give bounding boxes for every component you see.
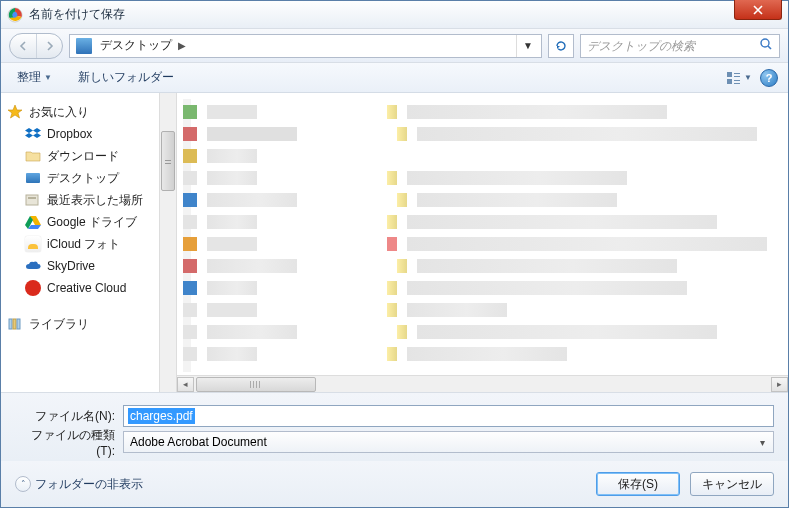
filetype-select[interactable]: Adobe Acrobat Document bbox=[123, 431, 774, 453]
main-area: お気に入り Dropbox ダウンロード デスクトップ bbox=[1, 93, 788, 392]
sidebar-item-label: Creative Cloud bbox=[47, 281, 126, 295]
nav-history-buttons bbox=[9, 33, 63, 59]
filetype-label: ファイルの種類(T): bbox=[15, 427, 115, 458]
scrollbar-thumb[interactable] bbox=[161, 131, 175, 191]
svg-rect-6 bbox=[727, 79, 732, 84]
help-button[interactable]: ? bbox=[760, 69, 778, 87]
svg-point-2 bbox=[761, 39, 769, 47]
toolbar: 整理 ▼ 新しいフォルダー ▼ ? bbox=[1, 63, 788, 93]
horizontal-scrollbar[interactable]: ◂ ▸ bbox=[177, 375, 788, 392]
sidebar-scrollbar[interactable] bbox=[159, 93, 177, 392]
sidebar-item-dropbox[interactable]: Dropbox bbox=[1, 123, 159, 145]
chevron-up-icon: ˄ bbox=[15, 476, 31, 492]
search-icon bbox=[759, 37, 773, 54]
chevron-down-icon: ▼ bbox=[44, 73, 52, 82]
svg-rect-8 bbox=[734, 83, 740, 84]
svg-rect-11 bbox=[9, 319, 12, 329]
icloud-photo-icon bbox=[25, 236, 41, 252]
sidebar-item-label: SkyDrive bbox=[47, 259, 95, 273]
sidebar-item-label: 最近表示した場所 bbox=[47, 192, 143, 209]
cancel-label: キャンセル bbox=[702, 476, 762, 493]
svg-rect-3 bbox=[727, 72, 732, 77]
creative-cloud-icon bbox=[25, 280, 41, 296]
view-options-button[interactable]: ▼ bbox=[726, 71, 752, 85]
file-list-blurred bbox=[183, 99, 782, 372]
desktop-icon bbox=[25, 170, 41, 186]
chrome-icon bbox=[7, 7, 23, 23]
favorites-label: お気に入り bbox=[29, 104, 89, 121]
breadcrumb-arrow-icon[interactable]: ▶ bbox=[176, 40, 188, 51]
sidebar-item-icloud-photo[interactable]: iCloud フォト bbox=[1, 233, 159, 255]
google-drive-icon bbox=[25, 214, 41, 230]
svg-rect-13 bbox=[17, 319, 20, 329]
chevron-down-icon: ▼ bbox=[744, 73, 752, 82]
sidebar-item-downloads[interactable]: ダウンロード bbox=[1, 145, 159, 167]
sidebar-item-label: デスクトップ bbox=[47, 170, 119, 187]
address-bar[interactable]: デスクトップ ▶ ▼ bbox=[69, 34, 542, 58]
filetype-value: Adobe Acrobat Document bbox=[130, 435, 267, 449]
save-as-dialog: 名前を付けて保存 デスクトップ ▶ ▼ 整理 ▼ bbox=[0, 0, 789, 508]
form-area: ファイル名(N): charges.pdf ファイルの種類(T): Adobe … bbox=[1, 392, 788, 461]
window-title: 名前を付けて保存 bbox=[29, 6, 788, 23]
star-icon bbox=[7, 104, 23, 120]
new-folder-label: 新しいフォルダー bbox=[78, 69, 174, 86]
sidebar-group-favorites[interactable]: お気に入り bbox=[1, 101, 159, 123]
sidebar-item-desktop[interactable]: デスクトップ bbox=[1, 167, 159, 189]
sidebar-item-label: iCloud フォト bbox=[47, 236, 120, 253]
recent-places-icon bbox=[25, 192, 41, 208]
svg-rect-10 bbox=[28, 197, 36, 199]
new-folder-button[interactable]: 新しいフォルダー bbox=[72, 66, 180, 89]
sidebar-item-label: Google ドライブ bbox=[47, 214, 137, 231]
svg-rect-9 bbox=[26, 195, 38, 205]
filename-label: ファイル名(N): bbox=[15, 408, 115, 425]
filename-input[interactable]: charges.pdf bbox=[123, 405, 774, 427]
sidebar-item-label: ダウンロード bbox=[47, 148, 119, 165]
svg-rect-4 bbox=[734, 73, 740, 74]
scroll-right-button[interactable]: ▸ bbox=[771, 377, 788, 392]
sidebar-item-google-drive[interactable]: Google ドライブ bbox=[1, 211, 159, 233]
titlebar: 名前を付けて保存 bbox=[1, 1, 788, 29]
svg-rect-5 bbox=[734, 76, 740, 77]
organize-menu[interactable]: 整理 ▼ bbox=[11, 66, 58, 89]
save-button[interactable]: 保存(S) bbox=[596, 472, 680, 496]
folder-icon bbox=[25, 148, 41, 164]
hide-folders-label: フォルダーの非表示 bbox=[35, 476, 143, 493]
cancel-button[interactable]: キャンセル bbox=[690, 472, 774, 496]
close-button[interactable] bbox=[734, 0, 782, 20]
skydrive-icon bbox=[25, 258, 41, 274]
filename-value: charges.pdf bbox=[128, 408, 195, 424]
libraries-label: ライブラリ bbox=[29, 316, 89, 333]
breadcrumb-location: デスクトップ bbox=[96, 37, 176, 54]
forward-button[interactable] bbox=[36, 34, 62, 58]
scroll-left-button[interactable]: ◂ bbox=[177, 377, 194, 392]
refresh-button[interactable] bbox=[548, 34, 574, 58]
sidebar-item-creative-cloud[interactable]: Creative Cloud bbox=[1, 277, 159, 299]
breadcrumb-dropdown-icon[interactable]: ▼ bbox=[516, 35, 539, 57]
back-button[interactable] bbox=[10, 34, 36, 58]
save-label: 保存(S) bbox=[618, 476, 658, 493]
sidebar-item-label: Dropbox bbox=[47, 127, 92, 141]
svg-rect-7 bbox=[734, 80, 740, 81]
desktop-icon bbox=[76, 38, 92, 54]
sidebar-item-skydrive[interactable]: SkyDrive bbox=[1, 255, 159, 277]
sidebar-group-libraries[interactable]: ライブラリ bbox=[1, 313, 159, 335]
scrollbar-thumb[interactable] bbox=[196, 377, 316, 392]
organize-label: 整理 bbox=[17, 69, 41, 86]
sidebar: お気に入り Dropbox ダウンロード デスクトップ bbox=[1, 93, 159, 392]
footer: ˄ フォルダーの非表示 保存(S) キャンセル bbox=[1, 461, 788, 507]
library-icon bbox=[7, 316, 23, 332]
search-input[interactable] bbox=[587, 39, 759, 53]
file-list-pane[interactable]: ◂ ▸ bbox=[177, 93, 788, 392]
navigation-bar: デスクトップ ▶ ▼ bbox=[1, 29, 788, 63]
svg-rect-12 bbox=[13, 319, 16, 329]
sidebar-item-recent[interactable]: 最近表示した場所 bbox=[1, 189, 159, 211]
hide-folders-toggle[interactable]: ˄ フォルダーの非表示 bbox=[15, 476, 143, 493]
dropbox-icon bbox=[25, 126, 41, 142]
search-box[interactable] bbox=[580, 34, 780, 58]
